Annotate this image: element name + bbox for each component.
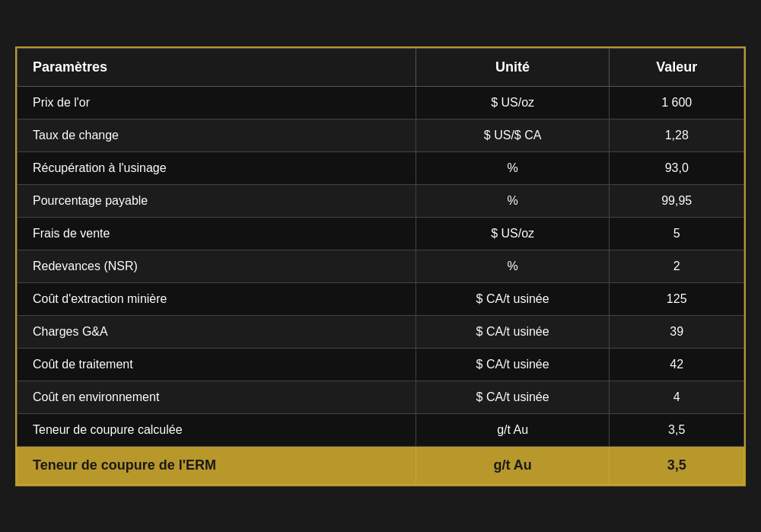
cell-valeur: 99,95 (610, 184, 744, 217)
cell-valeur: 4 (610, 381, 744, 413)
footer-valeur: 3,5 (610, 446, 744, 484)
header-unite: Unité (416, 48, 610, 86)
cell-param: Taux de change (18, 119, 416, 151)
cell-valeur: 125 (610, 282, 744, 315)
cell-param: Pourcentage payable (18, 184, 416, 217)
cell-unite: $ US/oz (416, 86, 610, 119)
table-row: Frais de vente$ US/oz5 (18, 217, 744, 250)
cell-unite: $ CA/t usinée (416, 381, 610, 413)
cell-unite: $ US/oz (416, 217, 610, 250)
table-row: Coût de traitement$ CA/t usinée42 (18, 348, 744, 381)
cell-param: Coût en environnement (18, 381, 416, 413)
header-parametres: Paramètres (18, 48, 416, 86)
cell-param: Prix de l'or (18, 86, 416, 119)
cell-param: Redevances (NSR) (18, 250, 416, 282)
main-table-wrapper: Paramètres Unité Valeur Prix de l'or$ US… (15, 46, 746, 486)
cell-valeur: 1 600 (610, 86, 744, 119)
table-row: Récupération à l'usinage%93,0 (18, 151, 744, 184)
table-row: Coût d'extraction minière$ CA/t usinée12… (18, 282, 744, 315)
footer-unite: g/t Au (416, 446, 610, 484)
parameters-table: Paramètres Unité Valeur Prix de l'or$ US… (17, 48, 744, 485)
cell-valeur: 39 (610, 315, 744, 348)
cell-valeur: 93,0 (610, 151, 744, 184)
table-row: Coût en environnement$ CA/t usinée4 (18, 381, 744, 413)
table-row: Redevances (NSR)%2 (18, 250, 744, 282)
table-row: Taux de change$ US/$ CA1,28 (18, 119, 744, 151)
cell-unite: $ CA/t usinée (416, 315, 610, 348)
footer-param: Teneur de coupure de l'ERM (18, 446, 416, 484)
cell-unite: % (416, 151, 610, 184)
table-row: Teneur de coupure calculéeg/t Au3,5 (18, 413, 744, 446)
cell-unite: $ CA/t usinée (416, 282, 610, 315)
cell-param: Coût d'extraction minière (18, 282, 416, 315)
cell-unite: $ CA/t usinée (416, 348, 610, 381)
cell-param: Charges G&A (18, 315, 416, 348)
table-row: Charges G&A$ CA/t usinée39 (18, 315, 744, 348)
cell-unite: $ US/$ CA (416, 119, 610, 151)
cell-valeur: 3,5 (610, 413, 744, 446)
cell-valeur: 1,28 (610, 119, 744, 151)
cell-unite: % (416, 250, 610, 282)
cell-param: Frais de vente (18, 217, 416, 250)
cell-param: Récupération à l'usinage (18, 151, 416, 184)
cell-valeur: 5 (610, 217, 744, 250)
table-footer-row: Teneur de coupure de l'ERM g/t Au 3,5 (18, 446, 744, 484)
cell-param: Coût de traitement (18, 348, 416, 381)
cell-unite: % (416, 184, 610, 217)
table-row: Prix de l'or$ US/oz1 600 (18, 86, 744, 119)
table-row: Pourcentage payable%99,95 (18, 184, 744, 217)
cell-unite: g/t Au (416, 413, 610, 446)
cell-param: Teneur de coupure calculée (18, 413, 416, 446)
cell-valeur: 2 (610, 250, 744, 282)
header-valeur: Valeur (610, 48, 744, 86)
table-header-row: Paramètres Unité Valeur (18, 48, 744, 86)
cell-valeur: 42 (610, 348, 744, 381)
